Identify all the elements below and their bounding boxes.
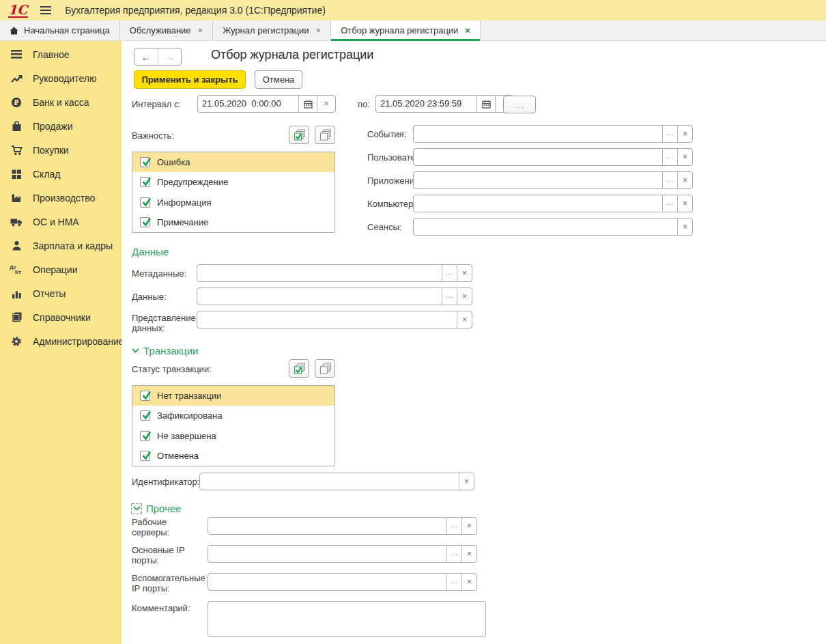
presentation-input[interactable] [197,311,457,328]
checkbox-checked-icon[interactable] [140,391,150,401]
tab-close-icon[interactable]: × [198,26,203,35]
tab-close-icon[interactable]: × [316,26,322,35]
1c-logo-icon: 1С [8,3,28,18]
metadata-label: Метаданные: [132,268,186,279]
cancel-button[interactable]: Отмена [255,70,302,89]
main-ip-ports-field: ... × [208,545,477,563]
transactions-section-header[interactable]: Транзакции [132,345,198,356]
checkbox-checked-icon[interactable] [140,410,150,421]
more-icon[interactable]: ... [446,574,461,590]
computers-input[interactable] [414,195,662,212]
sidebar-item-bank[interactable]: ₽ Банк и касса [0,90,122,114]
check-all-button[interactable] [289,359,309,378]
interval-from-value[interactable]: 21.05.2020 0:00:00 [198,96,298,112]
events-field: ... × [413,125,693,143]
sidebar-item-purchases[interactable]: Покупки [0,138,122,162]
interval-to-value[interactable]: 21.05.2020 23:59:59 [376,96,476,112]
working-servers-input[interactable] [208,518,446,534]
identifier-input[interactable] [200,473,459,490]
back-button[interactable]: ← [134,48,158,65]
sessions-input[interactable] [414,219,677,235]
uncheck-all-button[interactable] [315,126,335,144]
aux-ip-ports-label: Вспомогательные IP порты: [132,573,207,593]
checkbox-checked-icon[interactable] [140,157,150,167]
clear-icon[interactable]: × [457,265,472,281]
users-input[interactable] [414,149,662,165]
aux-ip-ports-input[interactable] [208,574,446,590]
more-icon[interactable]: ... [446,546,461,562]
clear-icon[interactable]: × [677,219,692,235]
checkbox-checked-icon[interactable] [140,217,150,227]
checkbox-checked-icon[interactable] [140,197,150,208]
tab-close-icon[interactable]: × [465,26,470,35]
more-icon[interactable]: ... [662,149,677,165]
checkbox-checked-icon[interactable] [140,451,150,461]
metadata-input[interactable] [197,265,442,281]
check-all-button[interactable] [289,126,309,144]
tab-service[interactable]: Обслуживание × [120,20,213,40]
clear-icon[interactable]: × [457,288,472,305]
clear-icon[interactable]: × [461,518,476,534]
list-item-committed[interactable]: Зафиксирована [132,406,334,425]
other-section-header[interactable]: Прочее [131,503,182,514]
sidebar-item-directories[interactable]: Справочники [0,305,122,329]
more-icon[interactable]: ... [662,172,677,188]
clear-icon[interactable]: × [457,311,472,328]
clear-icon[interactable]: × [677,172,692,188]
more-icon[interactable]: ... [442,288,457,305]
sidebar-item-sales[interactable]: Продажи [0,114,122,138]
events-input[interactable] [414,126,662,142]
list-item-warning[interactable]: Предупреждение [132,172,334,192]
main-menu-icon[interactable] [40,6,51,14]
list-item-note[interactable]: Примечание [132,212,334,232]
title-bar: 1С Бухгалтерия предприятия, редакция 3.0… [0,0,826,20]
sidebar-item-administration[interactable]: Администрирование [0,329,122,353]
sidebar-item-manager[interactable]: Руководителю [0,66,122,90]
clear-icon[interactable]: × [677,195,692,212]
data-input[interactable] [197,288,442,305]
sidebar-item-payroll[interactable]: Зарплата и кадры [0,234,122,257]
clear-icon[interactable]: × [677,149,692,165]
checkbox-checked-icon[interactable] [140,177,150,187]
list-item-no-transaction[interactable]: Нет транзакции [132,386,334,406]
clear-icon[interactable]: × [677,126,692,142]
tab-event-log-filter[interactable]: Отбор журнала регистрации × [331,20,481,40]
more-icon[interactable]: ... [662,126,677,142]
list-item-unfinished[interactable]: Не завершена [132,426,334,446]
presentation-field: × [197,311,472,328]
uncheck-all-button[interactable] [315,359,335,378]
tab-home[interactable]: Начальная страница [0,20,120,40]
transaction-status-label: Статус транзакции: [132,364,212,374]
checkbox-checked-icon[interactable] [140,431,150,441]
list-item-information[interactable]: Информация [132,193,334,212]
forward-button[interactable]: → [158,48,181,65]
list-item-cancelled[interactable]: Отменена [132,446,334,466]
calendar-icon[interactable] [298,96,317,112]
person-icon [9,240,24,251]
sidebar-item-fixed-assets[interactable]: ОС и НМА [0,210,122,234]
more-icon[interactable]: ... [446,518,461,534]
clear-icon[interactable]: × [459,473,474,490]
comment-textarea[interactable] [208,601,486,637]
sidebar-item-operations[interactable]: ДтКт Операции [0,257,122,281]
sidebar-item-production[interactable]: Производство [0,186,122,210]
apps-field: ... × [413,171,693,189]
clear-icon[interactable]: × [317,96,335,112]
focus-box[interactable] [131,503,142,514]
apps-input[interactable] [414,172,662,188]
more-icon[interactable]: ... [662,195,677,212]
more-icon[interactable]: ... [442,265,457,281]
calendar-icon[interactable] [476,96,495,112]
clear-icon[interactable]: × [461,574,476,590]
apply-and-close-button[interactable]: Применить и закрыть [134,70,246,89]
sidebar-item-warehouse[interactable]: Склад [0,162,122,186]
main-ip-ports-input[interactable] [208,546,446,562]
tab-event-log[interactable]: Журнал регистрации × [213,20,331,40]
interval-more-button[interactable]: ... [503,96,536,113]
interval-to-label: по: [358,99,370,109]
sidebar-item-reports[interactable]: Отчеты [0,281,122,305]
list-item-error[interactable]: Ошибка [132,152,334,172]
sidebar-item-main[interactable]: Главное [0,42,122,66]
identifier-label: Идентификатор: [132,477,199,487]
clear-icon[interactable]: × [461,546,476,562]
